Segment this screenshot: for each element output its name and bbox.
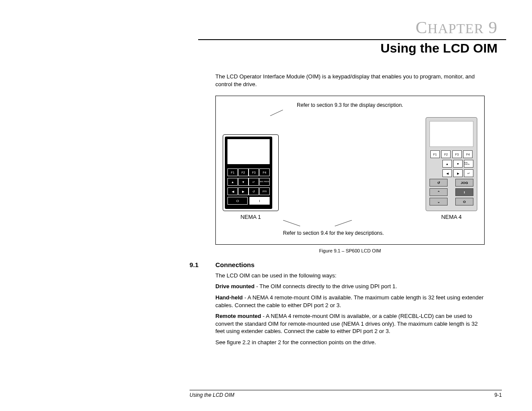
- right-arrow-icon: ▶: [238, 187, 249, 195]
- right-arrow-icon: ▶: [453, 169, 463, 177]
- chapter-cap: C: [416, 18, 428, 37]
- nema1-outer: F1 F2 F3 F4 ▲ ▼ ↵ ESC PROG: [223, 134, 279, 211]
- nema4-down-speed-icon: ⌄: [429, 198, 448, 206]
- nema1-f4-button: F4: [259, 168, 270, 176]
- subsection-title: Connections: [215, 261, 255, 268]
- enter-icon: ↵: [464, 169, 473, 177]
- down-arrow-icon: ▼: [238, 178, 249, 186]
- enter-icon: ↵: [249, 178, 259, 186]
- nema1-f3-button: F3: [249, 168, 259, 176]
- para-hand-held: Hand-held - A NEMA 4 remote-mount OIM is…: [215, 294, 485, 309]
- figure-caption: Figure 9.1 – SP600 LCD OIM: [215, 248, 485, 253]
- nema4-esc-button: ESC PROG: [464, 160, 473, 168]
- figure-bottom-note: Refer to section 9.4 for the key descrip…: [283, 230, 477, 236]
- figure-box: Refer to section 9.3 for the display des…: [215, 96, 485, 245]
- figure-row: F1 F2 F3 F4 ▲ ▼ ↵ ESC PROG: [223, 117, 477, 220]
- document-page: CHAPTER 9 Using the LCD OIM The LCD Oper…: [0, 0, 532, 411]
- para-drive-mounted: Drive mounted - The OIM connects directl…: [215, 283, 485, 290]
- nema1-keypad: F1 F2 F3 F4 ▲ ▼ ↵ ESC PROG: [223, 134, 279, 220]
- chapter-number: 9: [488, 18, 498, 37]
- nema1-label: NEMA 1: [240, 214, 261, 220]
- footer-page-number: 9-1: [495, 392, 502, 398]
- nema4-up-speed-icon: ⌃: [429, 188, 448, 196]
- callout-line-top-icon: [223, 110, 477, 116]
- svg-line-1: [283, 220, 300, 226]
- footer-title: Using the LCD OIM: [190, 392, 234, 398]
- nema4-keypad: F1 F2 F3 F4 ▲ ▼ ESC PROG ◀ ▶: [426, 117, 477, 220]
- page-title: Using the LCD OIM: [26, 41, 498, 56]
- nema4-body: F1 F2 F3 F4 ▲ ▼ ESC PROG ◀ ▶: [426, 117, 477, 211]
- subsection-header: 9.1 Connections: [190, 261, 485, 268]
- para-lead: Remote mounted: [215, 313, 261, 319]
- subsection-number: 9.1: [190, 261, 215, 268]
- nema4-start-button: I: [455, 188, 473, 196]
- section-intro: The LCD OIM can be used in the following…: [215, 272, 485, 280]
- para-remote-mounted: Remote mounted - A NEMA 4 remote-mount O…: [215, 312, 485, 335]
- para-lead: Hand-held: [215, 294, 243, 301]
- figure-top-note: Refer to section 9.3 for the display des…: [223, 102, 477, 108]
- nema4-jog-button: JOG: [455, 179, 473, 187]
- page-footer: Using the LCD OIM 9-1: [190, 390, 502, 398]
- para-text: - A NEMA 4 remote-mount OIM is available…: [215, 294, 484, 308]
- nema1-esc-button: ESC PROG: [259, 178, 270, 186]
- nema4-label: NEMA 4: [441, 214, 462, 220]
- svg-line-2: [335, 220, 352, 226]
- nema4-f4-button: F4: [463, 150, 473, 158]
- svg-line-0: [270, 110, 283, 116]
- nema1-body: F1 F2 F3 F4 ▲ ▼ ↵ ESC PROG: [225, 137, 272, 209]
- nema1-stop-button: O: [227, 197, 248, 205]
- down-arrow-icon: ▼: [453, 160, 463, 168]
- chapter-label: CHAPTER 9: [26, 17, 498, 37]
- nema1-f1-button: F1: [227, 168, 238, 176]
- section-closing: See figure 2.2 in chapter 2 for the conn…: [215, 339, 485, 346]
- nema1-f2-button: F2: [238, 168, 249, 176]
- up-arrow-icon: ▲: [227, 178, 238, 186]
- nema1-jog-button: JOG: [259, 187, 270, 195]
- nema4-screen: [429, 121, 473, 147]
- header-rule: [198, 39, 506, 40]
- nema1-screen: [227, 139, 270, 164]
- reverse-icon: ↺: [249, 187, 259, 195]
- nema4-f3-button: F3: [452, 150, 462, 158]
- nema4-stop-button: O: [455, 198, 473, 206]
- para-text: - The OIM connects directly to the drive…: [255, 283, 397, 290]
- callout-line-bottom-icon: [223, 220, 477, 226]
- nema1-start-button: I: [249, 197, 270, 205]
- nema4-f2-button: F2: [441, 150, 451, 158]
- left-arrow-icon: ◀: [442, 169, 452, 177]
- nema4-f1-button: F1: [430, 150, 440, 158]
- intro-text: The LCD Operator Interface Module (OIM) …: [215, 73, 485, 88]
- chapter-rest: HAPTER: [428, 21, 484, 36]
- up-arrow-icon: ▲: [442, 160, 452, 168]
- content-column: The LCD Operator Interface Module (OIM) …: [215, 73, 485, 346]
- reverse-icon: ↺: [429, 179, 448, 187]
- para-lead: Drive mounted: [215, 283, 255, 290]
- left-arrow-icon: ◀: [227, 187, 238, 195]
